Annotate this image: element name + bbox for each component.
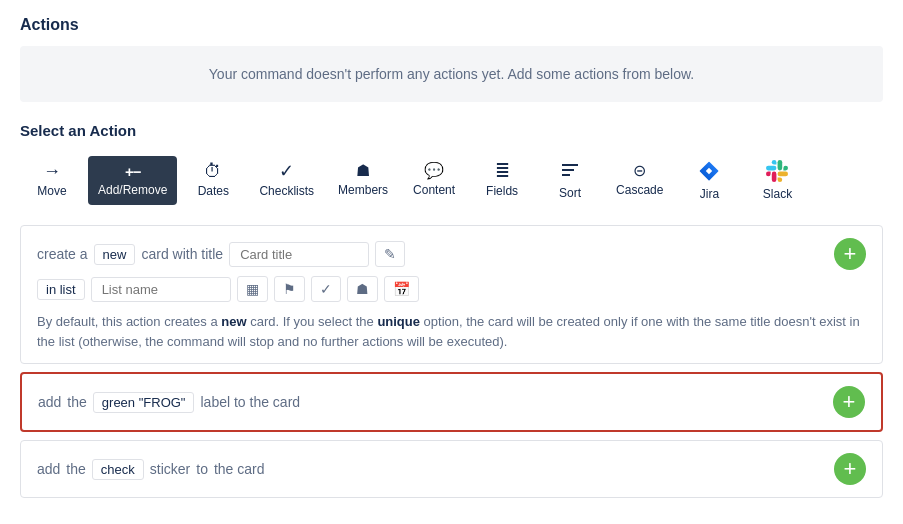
checklists-label: Checklists xyxy=(259,184,314,198)
check-icon-button[interactable]: ✓ xyxy=(311,276,341,302)
move-label: Move xyxy=(37,184,66,198)
board-icon-button[interactable]: ▦ xyxy=(237,276,268,302)
fields-label: Fields xyxy=(486,184,518,198)
add-sticker-fields: add the check sticker to the card xyxy=(37,459,826,480)
slack-icon xyxy=(765,159,789,183)
in-list-row: in list ▦ ⚑ ✓ ☗ 📅 xyxy=(37,276,866,302)
add-remove-label: Add/Remove xyxy=(98,183,167,197)
cascade-label: Cascade xyxy=(616,183,663,197)
check-sticker-token[interactable]: check xyxy=(92,459,144,480)
slack-label: Slack xyxy=(763,187,792,201)
the-card-label: the card xyxy=(214,461,265,477)
add-label-fields: add the green "FROG" label to the card xyxy=(38,392,825,413)
action-btn-slack[interactable]: Slack xyxy=(745,151,809,209)
add-label-row: add the green "FROG" label to the card + xyxy=(38,386,865,418)
edit-icon: ✎ xyxy=(384,246,396,262)
action-card-create: create a new card with title ✎ + in list… xyxy=(20,225,883,364)
page-title: Actions xyxy=(20,16,883,34)
action-btn-jira[interactable]: Jira xyxy=(677,151,741,209)
add-create-card-button[interactable]: + xyxy=(834,238,866,270)
action-btn-dates[interactable]: ⏱ Dates xyxy=(181,154,245,206)
add-sticker-button[interactable]: + xyxy=(834,453,866,485)
new-token[interactable]: new xyxy=(94,244,136,265)
action-btn-cascade[interactable]: ⊝ Cascade xyxy=(606,155,673,205)
content-label: Content xyxy=(413,183,455,197)
dates-label: Dates xyxy=(198,184,229,198)
green-frog-token[interactable]: green "FROG" xyxy=(93,392,195,413)
add-label-button[interactable]: + xyxy=(833,386,865,418)
action-btn-sort[interactable]: Sort xyxy=(538,153,602,208)
create-card-fields: create a new card with title ✎ xyxy=(37,241,826,267)
members-label: Members xyxy=(338,183,388,197)
label-to-card-text: label to the card xyxy=(200,394,300,410)
card-title-input[interactable] xyxy=(229,242,369,267)
empty-state-banner: Your command doesn't perform any actions… xyxy=(20,46,883,102)
content-icon: 💬 xyxy=(424,163,444,179)
check-icon: ✓ xyxy=(320,281,332,297)
member-icon: ☗ xyxy=(356,281,369,297)
sort-icon xyxy=(560,161,580,182)
members-icon: ☗ xyxy=(356,163,370,179)
calendar-icon: 📅 xyxy=(393,281,410,297)
create-a-label: create a xyxy=(37,246,88,262)
select-action-title: Select an Action xyxy=(20,122,883,139)
member-icon-button[interactable]: ☗ xyxy=(347,276,378,302)
edit-title-button[interactable]: ✎ xyxy=(375,241,405,267)
label-icon: ⚑ xyxy=(283,281,296,297)
sticker-label: sticker xyxy=(150,461,190,477)
move-icon: → xyxy=(43,162,61,180)
the-sticker-text: the xyxy=(66,461,85,477)
the-label-text: the xyxy=(67,394,86,410)
add-sticker-row: add the check sticker to the card + xyxy=(37,453,866,485)
empty-state-message: Your command doesn't perform any actions… xyxy=(209,66,694,82)
card-with-title-label: card with title xyxy=(141,246,223,262)
action-btn-content[interactable]: 💬 Content xyxy=(402,155,466,205)
jira-icon xyxy=(697,159,721,183)
cascade-icon: ⊝ xyxy=(633,163,646,179)
action-card-add-sticker: add the check sticker to the card + xyxy=(20,440,883,498)
dates-icon: ⏱ xyxy=(204,162,222,180)
fields-icon: ≣ xyxy=(495,162,510,180)
action-btn-fields[interactable]: ≣ Fields xyxy=(470,154,534,206)
add-remove-icon: +− xyxy=(125,164,141,179)
action-btn-add-remove[interactable]: +− Add/Remove xyxy=(88,156,177,205)
add-sticker-text: add xyxy=(37,461,60,477)
to-label: to xyxy=(196,461,208,477)
page-container: Actions Your command doesn't perform any… xyxy=(0,0,903,522)
action-buttons-row: → Move +− Add/Remove ⏱ Dates ✓ Checklist… xyxy=(20,151,883,209)
board-icon: ▦ xyxy=(246,281,259,297)
action-card-add-label: add the green "FROG" label to the card + xyxy=(20,372,883,432)
action-btn-move[interactable]: → Move xyxy=(20,154,84,206)
create-card-row: create a new card with title ✎ + xyxy=(37,238,866,270)
list-name-input[interactable] xyxy=(91,277,231,302)
plus-icon-2: + xyxy=(843,391,856,413)
checklists-icon: ✓ xyxy=(279,162,294,180)
jira-label: Jira xyxy=(700,187,719,201)
sort-label: Sort xyxy=(559,186,581,200)
in-list-token[interactable]: in list xyxy=(37,279,85,300)
action-btn-members[interactable]: ☗ Members xyxy=(328,155,398,205)
create-card-description: By default, this action creates a new ca… xyxy=(37,312,866,351)
action-btn-checklists[interactable]: ✓ Checklists xyxy=(249,154,324,206)
label-icon-button[interactable]: ⚑ xyxy=(274,276,305,302)
calendar-icon-button[interactable]: 📅 xyxy=(384,276,419,302)
plus-icon: + xyxy=(844,243,857,265)
plus-icon-3: + xyxy=(844,458,857,480)
add-label-text: add xyxy=(38,394,61,410)
